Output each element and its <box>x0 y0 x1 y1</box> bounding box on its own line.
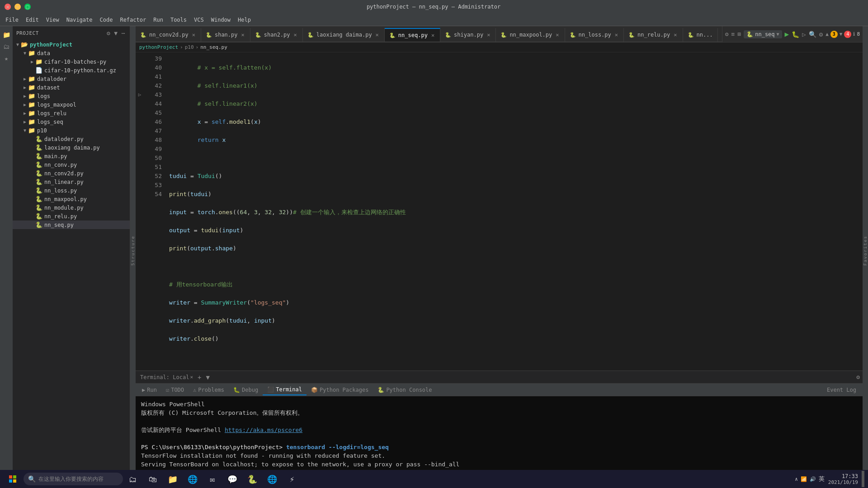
run-config-dropdown-icon[interactable]: ▼ <box>777 32 779 37</box>
terminal-dropdown-icon[interactable]: ▼ <box>204 373 211 382</box>
tab-problems[interactable]: ⚠ Problems <box>189 385 229 395</box>
menu-item-refactor[interactable]: Refactor <box>116 15 150 25</box>
tree-item-nn-seq[interactable]: 🐍 nn_seq.py <box>13 221 130 229</box>
tree-item-data[interactable]: ▼ 📁 data <box>13 49 130 57</box>
tree-item-logs-relu[interactable]: ▶ 📁 logs_relu <box>13 109 130 117</box>
tree-item-nn-conv[interactable]: 🐍 nn_conv.py <box>13 160 130 169</box>
menu-item-edit[interactable]: Edit <box>22 15 42 25</box>
terminal-close-icon[interactable]: ✕ <box>190 374 193 380</box>
tab-close-laoxiang[interactable]: ✕ <box>375 31 380 38</box>
taskbar-store-icon[interactable]: 🛍 <box>145 471 161 487</box>
tree-item-nn-conv2d[interactable]: 🐍 nn_conv2d.py <box>13 169 130 178</box>
code-content[interactable]: # x = self.flatten(x) # self.linear1(x) … <box>165 52 857 371</box>
menu-item-tools[interactable]: Tools <box>167 15 190 25</box>
breadcrumb-settings-icon[interactable]: ⚙ <box>725 31 729 38</box>
sidebar-settings-icon[interactable]: ⋯ <box>121 29 126 38</box>
tab-close-nn-maxpool[interactable]: ✕ <box>555 31 560 38</box>
terminal-local-tab[interactable]: Terminal: Local ✕ <box>138 373 195 381</box>
taskbar-pycharm-icon[interactable]: 🐍 <box>244 471 260 487</box>
tab-nn-loss[interactable]: 🐍 nn_loss.py ✕ <box>565 28 624 42</box>
breadcrumb-collapse-icon[interactable]: ≡ <box>731 31 735 38</box>
tab-close-nn-relu[interactable]: ✕ <box>673 31 678 38</box>
tab-python-packages[interactable]: 📦 Python Packages <box>307 385 373 395</box>
show-desktop-button[interactable] <box>862 471 864 487</box>
tab-debug[interactable]: 🐛 Debug <box>229 385 263 395</box>
tree-item-main[interactable]: 🐍 main.py <box>13 152 130 160</box>
menu-item-view[interactable]: View <box>42 15 63 25</box>
pscore-link[interactable]: https://aka.ms/pscore6 <box>225 427 302 433</box>
tab-close-shan2[interactable]: ✕ <box>293 31 298 38</box>
menu-item-vcs[interactable]: VCS <box>190 15 208 25</box>
taskbar-mail-icon[interactable]: ✉ <box>204 471 221 487</box>
taskbar-files-icon[interactable]: 📁 <box>165 471 181 487</box>
tab-nn-overflow[interactable]: 🐍 nn... <box>683 28 718 42</box>
tree-item-laoxiang[interactable]: 🐍 laoxiang daima.py <box>13 143 130 152</box>
tree-item-nn-maxpool[interactable]: 🐍 nn_maxpool.py <box>13 195 130 203</box>
terminal-add-icon[interactable]: + <box>196 373 203 382</box>
minimize-button[interactable]: − <box>14 4 21 10</box>
taskbar-search[interactable]: 🔍 在这里输入你要搜索的内容 <box>24 473 123 485</box>
tab-nn-seq[interactable]: 🐍 nn_seq.py ✕ <box>385 28 440 42</box>
tab-close-nn-loss[interactable]: ✕ <box>614 31 619 38</box>
tab-nn-relu[interactable]: 🐍 nn_relu.py ✕ <box>624 28 683 42</box>
tab-close-shan[interactable]: ✕ <box>241 31 245 38</box>
sidebar-collapse-icon[interactable]: ▼ <box>113 29 118 38</box>
tab-shan2[interactable]: 🐍 shan2.py ✕ <box>250 28 303 42</box>
taskbar-explorer-icon[interactable]: 🗂 <box>125 471 141 487</box>
menu-item-file[interactable]: File <box>2 15 22 25</box>
taskbar-browser-icon[interactable]: 🌐 <box>184 471 201 487</box>
run-button[interactable]: ▶ <box>785 30 789 38</box>
tree-item-nn-module[interactable]: 🐍 nn_module.py <box>13 203 130 212</box>
tree-item-logs[interactable]: ▶ 📁 logs <box>13 92 130 100</box>
tree-item-nn-loss[interactable]: 🐍 nn_loss.py <box>13 186 130 195</box>
search-everywhere-icon[interactable]: 🔍 <box>809 31 816 38</box>
menu-item-run[interactable]: Run <box>150 15 167 25</box>
tree-item-cifar-batches[interactable]: ▶ 📁 cifar-10-batches-py <box>13 57 130 66</box>
project-icon[interactable]: 📁 <box>1 30 11 40</box>
tree-item-cifar-tar[interactable]: 📄 cifar-10-python.tar.gz <box>13 66 130 75</box>
tab-laoxiang[interactable]: 🐍 laoxiang daima.py ✕ <box>303 28 385 42</box>
tray-network-icon[interactable]: 📶 <box>801 476 807 482</box>
close-button[interactable]: ✕ <box>5 4 11 10</box>
taskbar-misc-icon[interactable]: ⚡ <box>284 471 300 487</box>
tab-close-nn-conv2d[interactable]: ✕ <box>191 31 196 38</box>
tab-event-log[interactable]: Event Log <box>822 385 861 395</box>
favorites-panel[interactable]: Favorites <box>863 26 868 474</box>
breadcrumb-split-icon[interactable]: ⊞ <box>737 31 741 38</box>
gutter-fold-43[interactable]: ▷ <box>136 90 144 99</box>
tree-item-logs-maxpool[interactable]: ▶ 📁 logs_maxpool <box>13 100 130 109</box>
maximize-button[interactable]: □ <box>24 4 31 10</box>
tree-item-dataset[interactable]: ▶ 📁 dataset <box>13 83 130 92</box>
tree-item-nn-relu[interactable]: 🐍 nn_relu.py <box>13 212 130 221</box>
tab-python-console[interactable]: 🐍 Python Console <box>373 385 436 395</box>
favorites-icon[interactable]: ★ <box>1 53 11 63</box>
breadcrumb-file[interactable]: nn_seq.py <box>200 44 227 50</box>
tab-nn-maxpool[interactable]: 🐍 nn_maxpool.py ✕ <box>496 28 565 42</box>
tab-todo[interactable]: ☑ TODO <box>161 385 189 395</box>
tree-item-root[interactable]: ▼ 📂 pythonProject <box>13 40 130 49</box>
tree-item-dataloder-py[interactable]: 🐍 dataloder.py <box>13 135 130 143</box>
sidebar-sync-icon[interactable]: ⚙ <box>106 29 111 38</box>
tab-terminal[interactable]: ⬛ Terminal <box>263 385 307 395</box>
terminal-output[interactable]: Windows PowerShell 版权所有 (C) Microsoft Co… <box>136 396 863 474</box>
menu-item-code[interactable]: Code <box>96 15 117 25</box>
taskbar-wechat-icon[interactable]: 💬 <box>224 471 241 487</box>
error-badge[interactable]: 4 <box>844 31 851 38</box>
menu-item-window[interactable]: Window <box>208 15 234 25</box>
start-button[interactable] <box>4 470 22 488</box>
tab-shan[interactable]: 🐍 shan.py ✕ <box>201 28 250 42</box>
settings-icon[interactable]: ⚙ <box>819 31 823 38</box>
tab-close-shiyan[interactable]: ✕ <box>486 31 491 38</box>
structure-icon[interactable]: 🗂 <box>1 42 11 52</box>
warning-badge[interactable]: 3 <box>830 31 838 38</box>
terminal-settings-icon[interactable]: ⚙ <box>856 374 860 380</box>
structure-panel[interactable]: Structure <box>130 26 136 474</box>
menu-item-navigate[interactable]: Navigate <box>63 15 96 25</box>
tree-item-dataloder[interactable]: ▶ 📁 dataloder <box>13 75 130 83</box>
tab-shiyan[interactable]: 🐍 shiyan.py ✕ <box>440 28 496 42</box>
tree-item-nn-linear[interactable]: 🐍 nn_linear.py <box>13 178 130 186</box>
tree-item-p10[interactable]: ▼ 📁 p10 <box>13 126 130 135</box>
tree-item-logs-seq[interactable]: ▶ 📁 logs_seq <box>13 117 130 126</box>
tab-close-nn-seq[interactable]: ✕ <box>430 32 435 39</box>
debug-button[interactable]: 🐛 <box>792 31 799 38</box>
